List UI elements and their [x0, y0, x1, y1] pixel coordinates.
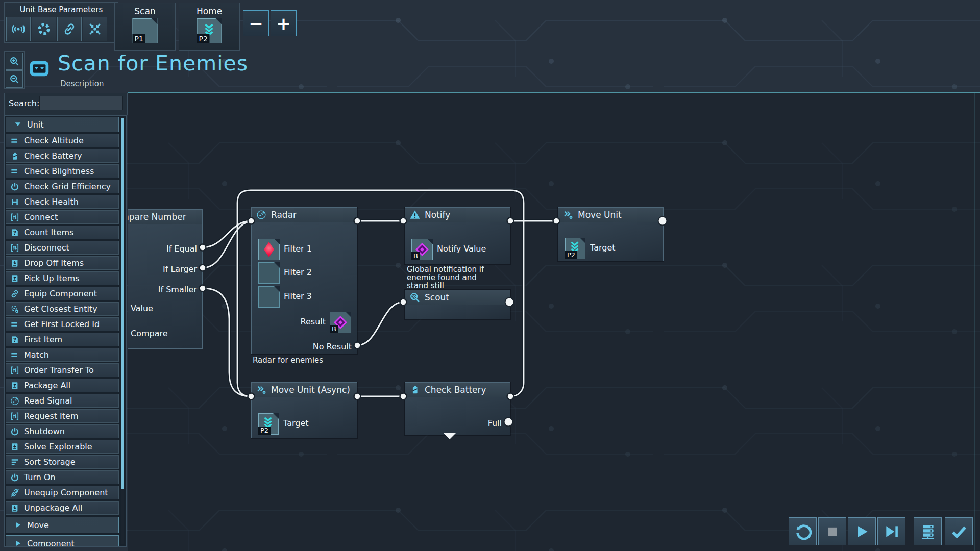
node-move-unit[interactable]: Move Unit P2 Target — [558, 207, 664, 261]
slot-label: Target — [283, 418, 309, 429]
stop-button[interactable] — [818, 517, 846, 545]
sidebar-item[interactable]: Read Signal — [6, 394, 119, 408]
sidebar-scrollbar[interactable] — [121, 117, 124, 544]
desynced-behavior-editor: { "param_panel": { "title": "Unit Base P… — [0, 0, 980, 551]
node-header[interactable]: Compare Number — [128, 210, 202, 224]
turbine-button[interactable] — [32, 17, 56, 41]
behavior-canvas[interactable]: Compare Number If Equal If Larger If Sma… — [128, 92, 980, 551]
play-button[interactable] — [848, 517, 876, 545]
sidebar-item[interactable]: Check Grid Efficiency — [6, 180, 119, 193]
sidebar-item[interactable]: Connect — [6, 210, 119, 224]
sidebar-item[interactable]: Count Items — [6, 226, 119, 239]
tab-home[interactable]: Home P2 — [179, 3, 240, 51]
right-edge-accent — [974, 93, 975, 551]
sidebar-item[interactable]: Order Transfer To — [6, 363, 119, 377]
target-slot[interactable]: P2 — [565, 238, 585, 259]
node-radar[interactable]: Radar Filter 1 Filter 2 Filter 3 Result … — [251, 207, 357, 354]
search-input[interactable] — [39, 96, 123, 110]
target-pin-icon — [9, 304, 20, 315]
sidebar-item[interactable]: Pick Up Items — [6, 271, 119, 285]
stack-view-button[interactable] — [914, 517, 942, 545]
node-header[interactable]: Check Battery — [405, 383, 510, 397]
sidebar-category-move[interactable]: Move — [6, 517, 119, 533]
chain-link-button[interactable] — [57, 17, 82, 41]
node-header[interactable]: Radar — [252, 208, 357, 222]
node-header[interactable]: Move Unit — [558, 208, 663, 222]
step-forward-button[interactable] — [877, 517, 905, 545]
box-question-icon — [9, 334, 20, 345]
node-notify[interactable]: Notify B Notify Value — [405, 207, 510, 264]
node-move-unit-async[interactable]: Move Unit (Async) P2 Target — [251, 382, 357, 438]
box-down-icon — [9, 258, 20, 269]
node-header[interactable]: Notify — [405, 208, 510, 222]
box-up-icon — [9, 273, 20, 284]
sidebar-item[interactable]: First Item — [6, 333, 119, 346]
scrollbar-thumb[interactable] — [121, 118, 124, 489]
register-badge: P2 — [565, 251, 577, 259]
category-label: Unit — [27, 120, 44, 130]
node-header[interactable]: Move Unit (Async) — [252, 383, 357, 397]
category-label: Component — [27, 539, 75, 547]
behavior-card-p2[interactable]: P2 — [197, 18, 222, 43]
node-check-battery[interactable]: Check Battery Full — [405, 382, 510, 435]
filter-1-slot[interactable] — [258, 239, 280, 260]
sidebar-item[interactable]: Request Item — [6, 409, 119, 423]
sidebar-item[interactable]: Unpackage All — [6, 501, 119, 515]
sidebar-item[interactable]: Check Altitude — [6, 134, 119, 147]
sidebar-item[interactable]: Match — [6, 348, 119, 362]
sidebar-item[interactable]: Turn On — [6, 470, 119, 484]
sidebar-item[interactable]: Unequip Component — [6, 486, 119, 499]
power-icon — [9, 181, 20, 192]
notify-value-slot[interactable]: B — [411, 239, 433, 260]
sidebar-item[interactable]: Check Blightness — [6, 164, 119, 178]
behavior-title[interactable]: Scan for Enemies — [58, 51, 248, 76]
node-scout[interactable]: Scout — [405, 290, 510, 319]
node-compare-number[interactable]: Compare Number If Equal If Larger If Sma… — [128, 209, 203, 349]
sidebar-item[interactable]: Check Battery — [6, 149, 119, 163]
zoom-out-button[interactable] — [6, 70, 23, 88]
converge-arrows-button[interactable] — [83, 17, 107, 41]
behavior-card-p1[interactable]: P1 — [133, 18, 158, 43]
filter-2-slot[interactable] — [258, 262, 280, 284]
sidebar-item[interactable]: Get First Locked Id — [6, 317, 119, 331]
sidebar-item[interactable]: Shutdown — [6, 424, 119, 438]
confirm-button[interactable] — [945, 517, 973, 545]
remove-tab-button[interactable]: − — [243, 10, 269, 36]
sidebar-category-component[interactable]: Component — [6, 535, 119, 547]
sidebar-category-unit[interactable]: Unit — [6, 117, 119, 132]
sidebar-item[interactable]: Drop Off Items — [6, 256, 119, 270]
target-slot[interactable]: P2 — [258, 413, 279, 435]
red-gem-icon — [264, 242, 274, 257]
robot-icon — [28, 57, 51, 80]
sidebar-item[interactable]: Check Health — [6, 195, 119, 209]
battery-icon — [409, 384, 421, 395]
signal-waves-button[interactable] — [6, 17, 31, 41]
tab-scan[interactable]: Scan P1 — [114, 3, 176, 51]
search-panel: Search: — [4, 93, 128, 115]
zoom-in-button[interactable] — [6, 53, 23, 70]
node-header[interactable]: Scout — [405, 290, 510, 305]
tab-label: Scan — [115, 6, 175, 16]
sidebar-item[interactable]: Disconnect — [6, 241, 119, 255]
filter-3-slot[interactable] — [258, 286, 280, 308]
add-tab-button[interactable]: + — [271, 10, 297, 36]
output-label: If Smaller — [158, 285, 197, 295]
play-right-icon — [12, 538, 23, 547]
sidebar-item[interactable]: Get Closest Entity — [6, 302, 119, 316]
instruction-list[interactable]: Unit Check Altitude Check Battery Check … — [4, 115, 127, 547]
equals-icon — [9, 319, 20, 330]
expand-node-triangle[interactable] — [443, 433, 456, 439]
tab-label: Home — [179, 6, 239, 16]
sidebar-item[interactable]: Equip Component — [6, 287, 119, 300]
slot-label: Target — [590, 243, 616, 253]
restart-button[interactable] — [789, 517, 817, 545]
result-slot[interactable]: B — [330, 312, 351, 333]
input-label: Compare — [131, 329, 168, 339]
slot-label: Filter 3 — [284, 291, 312, 302]
sidebar-item[interactable]: Solve Explorable — [6, 440, 119, 454]
node-caption: Global notification if enemie found and … — [407, 265, 487, 290]
register-badge: B — [411, 252, 420, 260]
sidebar-item[interactable]: Sort Storage — [6, 455, 119, 469]
sidebar-item[interactable]: Package All — [6, 379, 119, 392]
behavior-description-label[interactable]: Description — [60, 79, 104, 88]
